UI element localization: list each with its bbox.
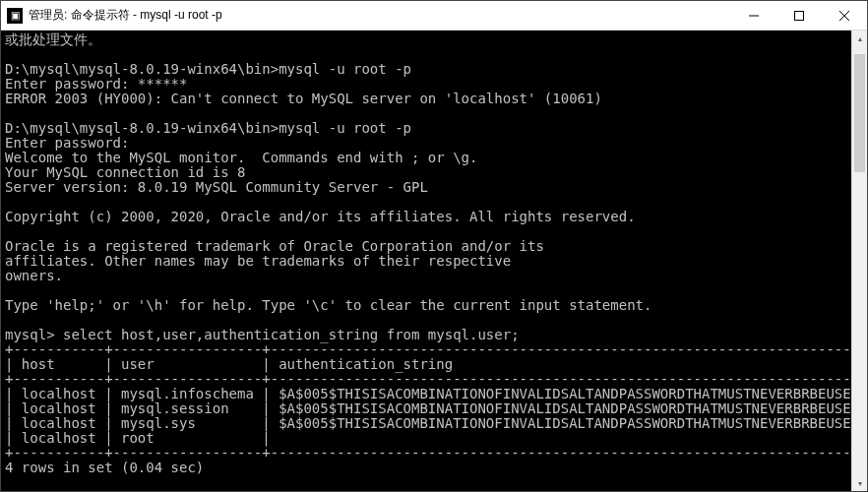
terminal-line: 或批处理文件。 [5,31,101,47]
maximize-icon [794,11,804,21]
terminal-line: | localhost | mysql.infoschema | $A$005$… [5,386,867,401]
cmd-icon: ▣ [7,8,23,24]
minimize-button[interactable] [731,1,776,30]
terminal-line: affiliates. Other names may be trademark… [5,253,511,269]
terminal-line: 4 rows in set (0.04 sec) [5,460,204,475]
svg-rect-1 [795,11,804,20]
vertical-scrollbar[interactable]: ▴ ▾ [851,31,867,491]
terminal-area[interactable]: 或批处理文件。 D:\mysql\mysql-8.0.19-winx64\bin… [1,31,867,491]
terminal-line: D:\mysql\mysql-8.0.19-winx64\bin>mysql -… [5,61,411,77]
window-controls [731,1,867,30]
terminal-line: Welcome to the MySQL monitor. Commands e… [5,150,477,165]
terminal-line: mysql> [5,489,55,491]
terminal-line: Enter password: ****** [5,76,187,92]
terminal-line: Your MySQL connection id is 8 [5,164,245,180]
terminal-line: | localhost | mysql.sys | $A$005$THISISA… [5,415,867,431]
terminal-line: Oracle is a registered trademark of Orac… [5,238,544,254]
terminal-line: | localhost | mysql.session | $A$005$THI… [5,400,867,416]
terminal-line: | localhost | root | | [5,430,867,446]
terminal-line: +-----------+------------------+--------… [5,445,867,461]
window-frame: ▣ 管理员: 命令提示符 - mysql -u root -p 或批处理文件。 … [0,0,868,492]
terminal-line: +-----------+------------------+--------… [5,371,867,387]
terminal-line: owners. [5,268,63,283]
minimize-icon [749,11,759,21]
terminal-line: mysql> select host,user,authentication_s… [5,327,520,342]
titlebar[interactable]: ▣ 管理员: 命令提示符 - mysql -u root -p [1,1,867,31]
scroll-track[interactable] [852,46,867,475]
window-title: 管理员: 命令提示符 - mysql -u root -p [29,7,731,24]
scroll-down-button[interactable]: ▾ [852,475,867,491]
terminal-line: Copyright (c) 2000, 2020, Oracle and/or … [5,209,636,224]
terminal-line: Enter password: [5,135,129,151]
maximize-button[interactable] [776,1,822,30]
scroll-up-button[interactable]: ▴ [852,31,867,46]
terminal-line: Server version: 8.0.19 MySQL Community S… [5,179,428,195]
terminal-line: D:\mysql\mysql-8.0.19-winx64\bin>mysql -… [5,120,411,136]
terminal-line: Type 'help;' or '\h' for help. Type '\c'… [5,297,651,313]
terminal-line: ERROR 2003 (HY000): Can't connect to MyS… [5,91,602,106]
terminal-line: +-----------+------------------+--------… [5,341,867,357]
terminal-line: | host | user | authentication_string | [5,356,867,372]
scroll-thumb[interactable] [854,54,865,172]
close-icon [839,11,849,21]
close-button[interactable] [822,1,867,30]
